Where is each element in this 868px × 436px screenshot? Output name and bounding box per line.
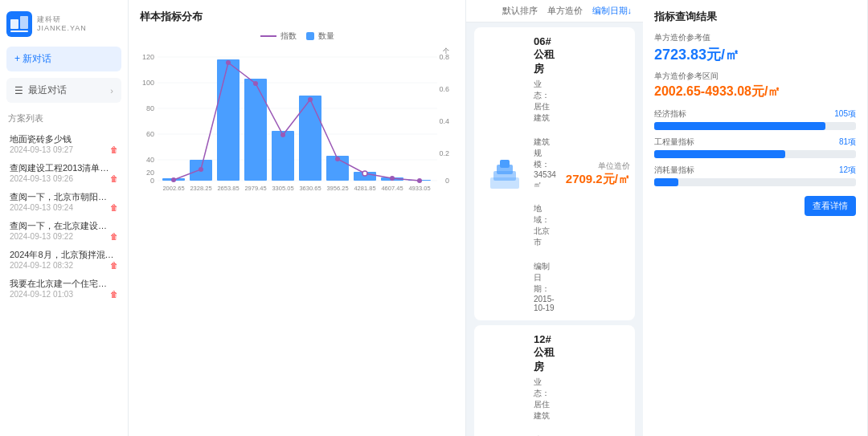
chevron-right-icon: ›: [110, 86, 113, 96]
range-value: 2002.65-4933.08元/㎡: [654, 84, 856, 100]
sidebar-item-date: 2024-09-12 08:32 🗑: [10, 261, 118, 270]
range-label: 单方造价参考区间: [654, 71, 856, 82]
sort-unit-price[interactable]: 单方造价: [547, 5, 583, 17]
dot-1: [199, 167, 203, 172]
svg-text:80: 80: [146, 104, 154, 112]
result-info: 06#公租房 业态：居住建筑 建筑规模：34534㎡ 地域：北京市 编制日期：2…: [534, 35, 556, 312]
delete-icon[interactable]: 🗑: [110, 261, 118, 270]
sidebar-item[interactable]: 查阅一下，在北京建设一栋保... 2024-09-13 09:22 🗑: [6, 216, 121, 245]
svg-text:0.6: 0.6: [439, 85, 449, 93]
result-card[interactable]: 06#公租房 业态：居住建筑 建筑规模：34534㎡ 地域：北京市 编制日期：2…: [474, 27, 635, 320]
chart-container: 120 100 80 60 40 20 0 0.8 0.6 0.4 0.2 0 …: [140, 45, 454, 196]
svg-text:60: 60: [146, 130, 154, 138]
legend-line-color: [260, 35, 276, 37]
svg-text:40: 40: [146, 156, 154, 164]
sidebar-item-title: 查阅一下，在北京建设一栋保...: [10, 220, 114, 232]
result-location: 地域：北京市: [534, 203, 556, 248]
sidebar-item[interactable]: 查阅一下，北京市朝阳区新建... 2024-09-13 09:24 🗑: [6, 187, 121, 216]
main-area: 样本指标分布 指数 数量 120 100 80 60 40: [129, 0, 868, 436]
section-title: 方案列表: [6, 112, 121, 124]
svg-text:120: 120: [142, 53, 154, 61]
delete-icon[interactable]: 🗑: [110, 290, 118, 299]
main-body: 样本指标分布 指数 数量 120 100 80 60 40: [129, 0, 868, 436]
legend-line-label: 指数: [280, 31, 297, 42]
svg-text:0.4: 0.4: [439, 117, 449, 125]
indicator-panel: 指标查询结果 单方造价参考值 2723.83元/㎡ 单方造价参考区间 2002.…: [643, 0, 868, 436]
svg-text:3630.65: 3630.65: [299, 185, 321, 192]
logo-icon: [6, 11, 32, 37]
sidebar-item-title: 查阅建设工程2013清单规范相...: [10, 162, 114, 174]
svg-text:4933.05: 4933.05: [408, 185, 430, 192]
result-meta: 业态：居住建筑 建筑规模：34534㎡ 地域：北京市 编制日期：2015-10-…: [534, 79, 556, 312]
delete-icon[interactable]: 🗑: [110, 232, 118, 241]
svg-text:4281.85: 4281.85: [354, 185, 375, 192]
gongcheng-bar-bg: [654, 150, 856, 158]
result-type: 业态：居住建筑: [534, 79, 556, 124]
dot-4: [280, 132, 285, 137]
center-column: 默认排序 单方造价 编制日期↓ 06#公租房 业态：居住建筑 建筑规模：3453…: [466, 0, 868, 436]
xiaohaoliang-bar: 消耗量指标 12项: [654, 165, 856, 186]
bar-2: [217, 59, 240, 181]
price-label: 单位造价: [566, 161, 630, 172]
sidebar-item-date: 2024-09-12 01:03 🗑: [10, 290, 118, 299]
sort-compile-date[interactable]: 编制日期↓: [592, 5, 633, 17]
chart-legend: 指数 数量: [140, 31, 454, 42]
delete-icon[interactable]: 🗑: [110, 145, 118, 154]
svg-text:2979.45: 2979.45: [244, 185, 266, 192]
xiaohaoliang-bar-bg: [654, 178, 856, 186]
svg-text:20: 20: [146, 169, 154, 177]
jingji-bar-bg: [654, 122, 856, 130]
svg-rect-35: [500, 160, 510, 168]
xiaohaoliang-label: 消耗量指标 12项: [654, 165, 856, 176]
indicator-title: 指标查询结果: [654, 10, 856, 24]
svg-text:3956.25: 3956.25: [326, 185, 348, 192]
gongcheng-label: 工程量指标 81项: [654, 137, 856, 148]
sidebar-item-date: 2024-09-13 09:27 🗑: [10, 145, 118, 154]
legend-bar-label: 数量: [318, 31, 334, 42]
sidebar-item[interactable]: 地面瓷砖多少钱 2024-09-13 09:27 🗑: [6, 129, 121, 158]
sort-bar: 默认排序 单方造价 编制日期↓: [466, 0, 643, 22]
gongcheng-bar-fill: [654, 150, 785, 158]
recent-chats-button[interactable]: ☰ 最近对话 ›: [6, 78, 121, 103]
delete-icon[interactable]: 🗑: [110, 174, 118, 183]
sidebar-item-date: 2024-09-13 09:22 🗑: [10, 232, 118, 241]
result-card[interactable]: 12#公租房 业态：居住建筑 建筑规模：19103㎡ 地域：北京市 编制日期：2…: [474, 325, 635, 436]
logo-area: 建科研 JIANKE.YAN: [6, 8, 121, 47]
svg-text:3305.05: 3305.05: [272, 185, 293, 192]
sidebar-items: 地面瓷砖多少钱 2024-09-13 09:27 🗑 查阅建设工程2013清单规…: [6, 129, 121, 303]
dot-9: [417, 178, 422, 183]
svg-rect-0: [10, 19, 18, 29]
dot-7: [362, 171, 367, 176]
sidebar-item-date: 2024-09-13 09:24 🗑: [10, 203, 118, 212]
delete-icon[interactable]: 🗑: [110, 203, 118, 212]
chart-panel: 样本指标分布 指数 数量 120 100 80 60 40: [129, 0, 466, 436]
jingji-bar-fill: [654, 122, 825, 130]
logo-text: 建科研 JIANKE.YAN: [37, 15, 87, 33]
sidebar-item-title: 地面瓷砖多少钱: [10, 133, 114, 145]
logo-sub-text: JIANKE.YAN: [37, 24, 87, 33]
dot-3: [253, 81, 258, 86]
jingji-bar: 经济指标 105项: [654, 108, 856, 130]
sidebar-item-title: 我要在北京建一个住宅，多少...: [10, 278, 114, 290]
result-info: 12#公租房 业态：居住建筑 建筑规模：19103㎡ 地域：北京市 编制日期：2…: [534, 333, 556, 436]
sidebar-item[interactable]: 查阅建设工程2013清单规范相... 2024-09-13 09:26 🗑: [6, 158, 121, 187]
dot-2: [226, 60, 231, 65]
results-list: 06#公租房 业态：居住建筑 建筑规模：34534㎡ 地域：北京市 编制日期：2…: [466, 22, 643, 436]
sidebar: 建科研 JIANKE.YAN + 新对话 ☰ 最近对话 › 方案列表 地面瓷砖多…: [0, 0, 129, 436]
xiaohaoliang-bar-fill: [654, 178, 678, 186]
result-area: 建筑规模：34534㎡: [534, 137, 556, 190]
detail-button[interactable]: 查看详情: [805, 196, 856, 216]
sidebar-item-date: 2024-09-13 09:26 🗑: [10, 174, 118, 183]
ref-price-label: 单方造价参考值: [654, 32, 856, 43]
gongcheng-bar: 工程量指标 81项: [654, 137, 856, 158]
sidebar-item[interactable]: 2024年8月，北京预拌混凝土... 2024-09-12 08:32 🗑: [6, 245, 121, 274]
dot-8: [390, 176, 395, 181]
result-icon: [485, 155, 524, 194]
sidebar-item[interactable]: 我要在北京建一个住宅，多少... 2024-09-12 01:03 🗑: [6, 274, 121, 303]
legend-bar-item: 数量: [306, 31, 334, 42]
new-chat-button[interactable]: + 新对话: [6, 47, 121, 71]
sort-default[interactable]: 默认排序: [502, 5, 538, 17]
result-type: 业态：居住建筑: [534, 377, 556, 422]
svg-text:2653.85: 2653.85: [217, 185, 239, 192]
result-price: 单位造价 2709.2元/㎡: [566, 161, 630, 187]
